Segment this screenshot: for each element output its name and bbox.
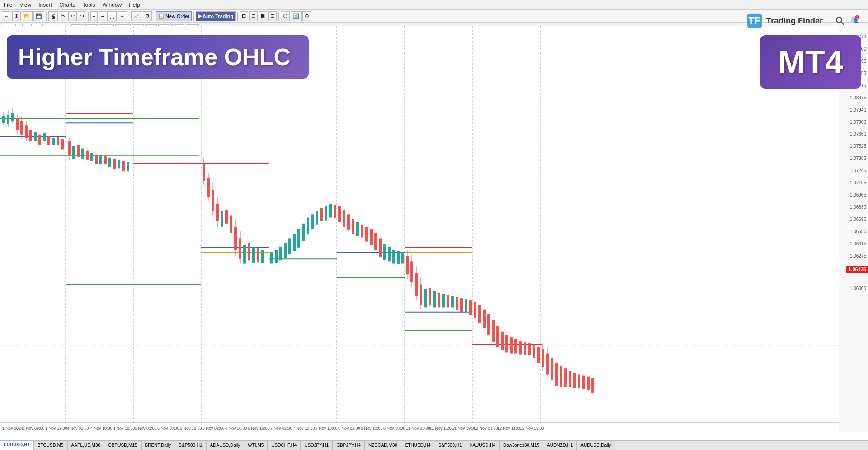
svg-rect-80 xyxy=(230,215,232,233)
toolbar-save[interactable]: 💾 xyxy=(33,11,44,21)
tab-xauusd-h4[interactable]: XAUUSD,H4 xyxy=(466,441,500,450)
toolbar-fit[interactable]: ⛶ xyxy=(107,11,117,21)
svg-rect-140 xyxy=(478,305,481,323)
svg-rect-63 xyxy=(99,155,102,164)
menu-window[interactable]: Window xyxy=(103,2,122,8)
tab-usdchf-h4[interactable]: USDCHF,H4 xyxy=(268,441,301,450)
svg-rect-165 xyxy=(582,376,585,389)
toolbar-scroll[interactable]: ↔ xyxy=(118,11,127,21)
toolbar-arrow-left[interactable]: ← xyxy=(2,11,11,21)
svg-rect-135 xyxy=(456,297,458,310)
svg-rect-149 xyxy=(519,341,522,355)
toolbar-zoom-in[interactable]: + xyxy=(90,11,98,21)
toolbar-print[interactable]: 🖨 xyxy=(48,11,58,21)
tab-dowjones-m15[interactable]: DowJones30,M15 xyxy=(500,441,543,450)
menu-tools[interactable]: Tools xyxy=(83,2,95,8)
search-icon[interactable] xyxy=(835,16,844,25)
price-1.06415: 1.06415 xyxy=(850,241,866,246)
toolbar-new-chart[interactable]: ⊕ xyxy=(12,11,21,21)
svg-rect-91 xyxy=(275,250,278,263)
svg-rect-65 xyxy=(108,158,111,167)
menu-charts[interactable]: Charts xyxy=(59,2,75,8)
tab-gbpusd-m15[interactable]: GBPUSD,M15 xyxy=(104,441,141,450)
tab-gbpjpy-h4[interactable]: GBPJPY,H4 xyxy=(333,441,365,450)
toolbar-undo[interactable]: ↩ xyxy=(68,11,77,21)
svg-rect-105 xyxy=(338,206,341,222)
tab-eurusd-h1[interactable]: EURUSD,H1 xyxy=(0,441,34,450)
new-order-button[interactable]: 📋 New Order xyxy=(156,11,192,21)
notification-btn[interactable]: 👤 1 xyxy=(850,15,859,26)
svg-rect-90 xyxy=(270,252,273,264)
svg-rect-150 xyxy=(524,342,526,355)
menu-file[interactable]: File xyxy=(4,2,12,8)
toolbar-more3[interactable]: ⊠ xyxy=(259,11,267,21)
svg-rect-101 xyxy=(320,208,323,221)
svg-rect-166 xyxy=(587,377,590,391)
svg-rect-95 xyxy=(293,234,296,251)
tab-ethusd-h4[interactable]: ETHUSD,H4 xyxy=(401,441,435,450)
toolbar-cut[interactable]: ✂ xyxy=(59,11,67,21)
tab-sp500-h1-2[interactable]: S&P500,H1 xyxy=(434,441,466,450)
svg-rect-50 xyxy=(43,133,46,141)
toolbar-more1[interactable]: ⊞ xyxy=(240,11,248,21)
toolbar-more4[interactable]: ⊡ xyxy=(268,11,277,21)
svg-rect-96 xyxy=(297,229,300,248)
toolbar-settings[interactable]: ⚙ xyxy=(302,11,311,21)
toolbar-template[interactable]: ⬡ xyxy=(281,11,290,21)
svg-rect-137 xyxy=(465,299,467,312)
tab-audusd-daily[interactable]: AUDUSD,Daily xyxy=(577,441,615,450)
svg-rect-89 xyxy=(261,250,264,263)
tab-wti-m5[interactable]: WTI,M5 xyxy=(244,441,268,450)
toolbar-more2[interactable]: ⊟ xyxy=(249,11,258,21)
svg-text:4 Nov 02:00: 4 Nov 02:00 xyxy=(67,426,89,431)
tab-brent-daily[interactable]: BRENT,Daily xyxy=(142,441,175,450)
auto-trading-icon: ▶ xyxy=(198,13,202,19)
svg-rect-147 xyxy=(510,338,513,354)
svg-text:6 Nov 10:00: 6 Nov 10:00 xyxy=(225,426,247,431)
toolbar1: ← ⊕ 📂 💾 🖨 ✂ ↩ ↪ + − ⛶ ↔ 📈 ⚙ 📋 New Order … xyxy=(0,10,868,23)
svg-rect-52 xyxy=(52,138,55,145)
menu-insert[interactable]: Insert xyxy=(38,2,52,8)
svg-rect-114 xyxy=(379,238,382,257)
toolbar-period-sep[interactable]: 🔄 xyxy=(291,11,302,21)
toolbar-experts[interactable]: ⚙ xyxy=(143,11,152,21)
svg-rect-128 xyxy=(424,289,427,308)
tab-adausd-daily[interactable]: ADAUSD,Daily xyxy=(207,441,245,450)
toolbar-redo[interactable]: ↪ xyxy=(78,11,86,21)
current-price-label: 1.06135 xyxy=(846,266,868,273)
tab-btcusd-m5[interactable]: BTCUSD,M5 xyxy=(34,441,68,450)
price-1.07800: 1.07800 xyxy=(850,120,866,125)
toolbar-open[interactable]: 📂 xyxy=(22,11,33,21)
svg-rect-79 xyxy=(225,210,228,224)
tab-sp500-h1[interactable]: S&P500,H1 xyxy=(175,441,206,450)
svg-rect-59 xyxy=(81,148,84,158)
svg-rect-143 xyxy=(492,320,495,342)
tab-audnzd-h1[interactable]: AUDNZD,H1 xyxy=(543,441,577,450)
tab-nzdcad-m30[interactable]: NZDCAD,M30 xyxy=(365,441,401,450)
svg-rect-118 xyxy=(397,251,400,264)
svg-rect-85 xyxy=(243,245,246,264)
tab-usdjpy-h1[interactable]: USDJPY,H1 xyxy=(301,441,333,450)
svg-rect-102 xyxy=(325,206,327,221)
svg-rect-88 xyxy=(257,248,259,262)
svg-text:1 Nov 09:00: 1 Nov 09:00 xyxy=(23,426,44,431)
chart-canvas[interactable]: 1 Nov 2024 1 Nov 09:00 1 Nov 17:00 4 Nov… xyxy=(0,26,839,432)
menu-help[interactable]: Help xyxy=(129,2,140,8)
menu-bar: File View Insert Charts Tools Window Hel… xyxy=(0,0,868,10)
svg-rect-138 xyxy=(469,300,472,315)
price-1.07525: 1.07525 xyxy=(850,144,866,149)
toolbar-sep5 xyxy=(193,12,194,21)
tab-aapl-m30[interactable]: AAPL,US,M30 xyxy=(68,441,104,450)
auto-trading-button[interactable]: ▶ Auto Trading xyxy=(196,11,236,21)
svg-rect-57 xyxy=(72,146,75,159)
toolbar-zoom-out[interactable]: − xyxy=(99,11,106,21)
toolbar-indicators[interactable]: 📈 xyxy=(131,11,142,21)
price-1.07660: 1.07660 xyxy=(850,131,866,136)
banner-right: MT4 xyxy=(760,35,861,89)
svg-rect-136 xyxy=(460,298,463,312)
toolbar-sep3 xyxy=(129,12,129,21)
svg-rect-134 xyxy=(451,296,454,308)
banner-left: Higher Timeframe OHLC xyxy=(7,35,309,79)
toolbar-sep2 xyxy=(88,12,89,21)
menu-view[interactable]: View xyxy=(19,2,31,8)
